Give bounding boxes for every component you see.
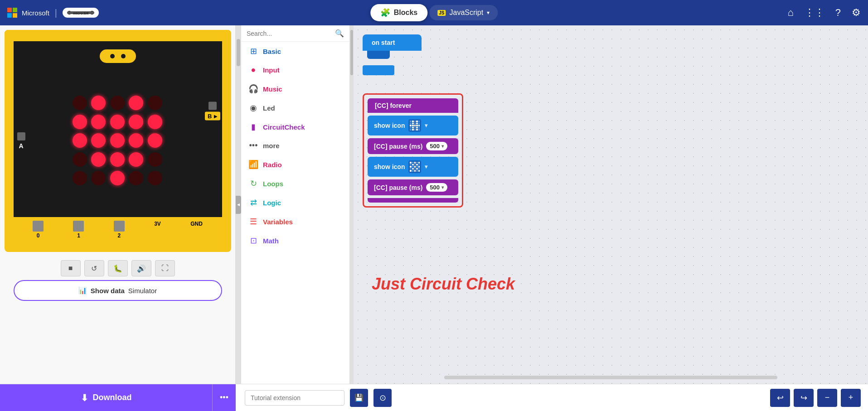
- variables-category-label: Variables: [263, 218, 293, 226]
- loops-category-label: Loops: [263, 180, 283, 188]
- show-icon-label-2: show icon: [374, 163, 405, 170]
- horizontal-scrollbar[interactable]: [444, 376, 777, 379]
- forever-bottom: [368, 198, 458, 203]
- category-item-circuitcheck[interactable]: ▮CircuitCheck: [241, 117, 349, 136]
- radio-category-label: Radio: [263, 161, 282, 169]
- led-dot: [129, 96, 143, 110]
- more-dots-icon: •••: [220, 393, 228, 402]
- music-category-label: Music: [263, 85, 282, 93]
- pause-value-2[interactable]: 500 ▾: [426, 183, 447, 192]
- board-corner-tl: [14, 41, 39, 66]
- pause-arrow-2: ▾: [441, 185, 444, 190]
- zoom-in-button[interactable]: +: [841, 389, 861, 407]
- category-item-radio[interactable]: 📶Radio: [241, 155, 349, 174]
- dropdown-arrow-1[interactable]: ▾: [425, 122, 427, 129]
- pause-value-1[interactable]: 500 ▾: [426, 142, 447, 150]
- debug-button[interactable]: 🐛: [108, 260, 128, 276]
- led-dot: [91, 96, 106, 110]
- led-dot: [73, 152, 87, 167]
- led-category-icon: ◉: [248, 103, 258, 113]
- logic-category-label: Logic: [263, 199, 281, 207]
- blocks-button[interactable]: 🧩 Blocks: [370, 4, 427, 21]
- share-button[interactable]: ⋮⋮: [805, 7, 824, 19]
- icon-selector-1[interactable]: [408, 119, 421, 132]
- on-start-block[interactable]: on start: [363, 34, 422, 59]
- javascript-label: JavaScript: [450, 9, 484, 17]
- scroll-track[interactable]: ◀: [236, 25, 241, 384]
- led-dot: [73, 96, 87, 110]
- puzzle-icon: 🧩: [380, 8, 390, 18]
- sound-button[interactable]: 🔊: [131, 260, 151, 276]
- show-icon-block-1[interactable]: show icon ▾: [368, 116, 458, 135]
- microbit-logo: micro:bit: [63, 8, 99, 18]
- basic-category-label: Basic: [263, 48, 281, 55]
- more-options-button[interactable]: •••: [212, 384, 236, 411]
- led-dot: [110, 152, 125, 167]
- led-dot: [73, 133, 87, 148]
- led-category-label: Led: [263, 104, 275, 112]
- show-data-button[interactable]: 📊 Show data Simulator: [14, 280, 222, 301]
- collapse-button[interactable]: ◀: [236, 196, 241, 214]
- javascript-button[interactable]: JS JavaScript ▾: [429, 5, 498, 20]
- stop-button[interactable]: ■: [61, 260, 81, 276]
- pause-block-1[interactable]: [CC] pause (ms) 500 ▾: [368, 138, 458, 154]
- code-canvas[interactable]: on start [CC] forever show icon ▾: [354, 25, 868, 384]
- forever-container[interactable]: [CC] forever show icon ▾ [CC] pause (ms)…: [363, 93, 463, 208]
- svg-text:micro:bit: micro:bit: [73, 11, 89, 15]
- download-label: Download: [93, 393, 132, 402]
- show-icon-label-1: show icon: [374, 122, 405, 129]
- zoom-out-button[interactable]: −: [817, 389, 837, 407]
- editor-area: ◀ 🔍 ⊞Basic●Input🎧Music◉Led▮CircuitCheck•…: [236, 25, 868, 384]
- music-category-icon: 🎧: [248, 84, 258, 94]
- panel-scrollbar[interactable]: [350, 25, 354, 384]
- nav-divider: |: [55, 8, 57, 18]
- led-dot: [110, 115, 125, 129]
- pause-arrow-1: ▾: [441, 144, 444, 149]
- save-button[interactable]: 💾: [350, 389, 368, 407]
- simulator-panel: A B ▶: [0, 25, 236, 384]
- tutorial-input[interactable]: [245, 390, 344, 406]
- github-button[interactable]: ⊙: [373, 389, 392, 407]
- show-icon-block-2[interactable]: show icon ▾: [368, 157, 458, 177]
- simulator-controls: ■ ↺ 🐛 🔊 ⛶: [61, 260, 175, 276]
- category-item-basic[interactable]: ⊞Basic: [241, 42, 349, 61]
- led-dot: [73, 115, 87, 129]
- category-list: ⊞Basic●Input🎧Music◉Led▮CircuitCheck•••mo…: [241, 42, 349, 384]
- led-grid: [73, 96, 163, 186]
- bottom-center: 💾 ⊙: [236, 389, 770, 407]
- home-button[interactable]: ⌂: [787, 7, 793, 19]
- more-category-icon: •••: [248, 141, 258, 150]
- circuitcheck-category-label: CircuitCheck: [263, 123, 305, 131]
- settings-button[interactable]: ⚙: [852, 7, 861, 19]
- category-item-math[interactable]: ⊡Math: [241, 231, 349, 250]
- search-icon[interactable]: 🔍: [335, 29, 344, 38]
- redo-button[interactable]: ↪: [794, 389, 814, 407]
- download-button[interactable]: ⬇ Download: [0, 384, 212, 411]
- board-corner-tr: [197, 41, 222, 66]
- board-logo: [100, 49, 136, 63]
- category-item-variables[interactable]: ☰Variables: [241, 212, 349, 231]
- led-dot: [148, 171, 162, 185]
- category-item-logic[interactable]: ⇄Logic: [241, 193, 349, 212]
- fullscreen-button[interactable]: ⛶: [155, 260, 175, 276]
- led-dot: [91, 115, 106, 129]
- category-item-input[interactable]: ●Input: [241, 61, 349, 79]
- blocks-label: Blocks: [394, 9, 417, 17]
- led-dot: [91, 133, 106, 148]
- category-item-loops[interactable]: ↻Loops: [241, 174, 349, 193]
- dropdown-arrow-2[interactable]: ▾: [425, 164, 427, 170]
- category-item-music[interactable]: 🎧Music: [241, 79, 349, 98]
- help-button[interactable]: ?: [835, 7, 841, 19]
- pause-block-2[interactable]: [CC] pause (ms) 500 ▾: [368, 179, 458, 195]
- undo-icon: ↩: [777, 393, 784, 403]
- undo-button[interactable]: ↩: [770, 389, 790, 407]
- category-item-more[interactable]: •••more: [241, 136, 349, 155]
- category-item-led[interactable]: ◉Led: [241, 98, 349, 117]
- search-input[interactable]: [247, 30, 331, 37]
- icon-selector-2[interactable]: [408, 160, 421, 173]
- on-start-notch: [367, 51, 390, 59]
- chevron-down-icon: ▾: [487, 10, 490, 16]
- microbit-board: A B ▶: [14, 41, 222, 241]
- download-area: ⬇ Download •••: [0, 384, 236, 411]
- restart-button[interactable]: ↺: [84, 260, 104, 276]
